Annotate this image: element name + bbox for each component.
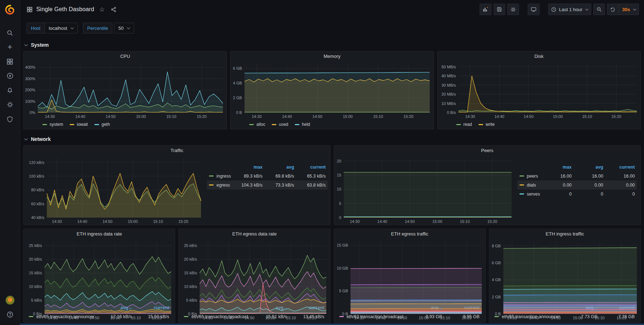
memory-legend: allocusedheld <box>230 120 433 129</box>
chart-svg: 40 kB/s60 kB/s80 kB/s100 kB/s120 kB/s14:… <box>24 155 205 225</box>
svg-text:6 GB: 6 GB <box>492 261 501 265</box>
legend-sort-header-avg[interactable]: avg <box>262 165 294 170</box>
help-icon[interactable] <box>4 310 16 319</box>
save-dashboard-button[interactable] <box>494 4 505 15</box>
svg-text:120 kB/s: 120 kB/s <box>29 160 45 165</box>
memory-chart[interactable]: 0 B2 GB4 GB6 GB14:3014:4014:5015:0015:10… <box>230 61 433 120</box>
panel-title-eth-egress-traffic[interactable]: ETH egress traffic <box>334 229 485 239</box>
legend-row-ingress[interactable]: ingress89.3 kB/s69.8 kB/s65.3 kB/s <box>207 171 328 180</box>
dashboard-settings-button[interactable] <box>507 4 519 15</box>
svg-text:15:00: 15:00 <box>419 316 429 320</box>
panel-title-eth-ingress-data-rate[interactable]: ETH ingress data rate <box>24 229 175 239</box>
legend-sort-header-max[interactable]: max <box>231 165 262 170</box>
panel-title-peers[interactable]: Peers <box>334 146 641 155</box>
alerting-bell-icon[interactable] <box>4 86 16 95</box>
svg-text:14:30: 14:30 <box>350 219 360 224</box>
panel-title-memory[interactable]: Memory <box>230 51 433 61</box>
legend-sort-header-max[interactable]: max <box>540 165 571 170</box>
search-icon[interactable] <box>4 28 16 37</box>
cpu-chart[interactable]: 0%100%200%300%400%14:3014:4014:5015:0015… <box>24 61 227 120</box>
traffic-chart[interactable]: 40 kB/s60 kB/s80 kB/s100 kB/s120 kB/s14:… <box>24 155 205 225</box>
svg-text:0 B/s: 0 B/s <box>33 312 42 316</box>
refresh-button[interactable]: 30s <box>607 4 639 15</box>
chart-svg: 0 B5 GB10 GB15 GB14:3014:4014:5015:0015:… <box>334 239 485 321</box>
share-icon[interactable] <box>111 6 117 13</box>
zoom-out-time-button[interactable] <box>593 4 605 15</box>
panel-title-disk[interactable]: Disk <box>438 51 640 61</box>
eth-ingress-traffic-chart[interactable]: 0 B2 GB4 GB6 GB8 GB14:3014:4014:5015:001… <box>489 239 640 303</box>
panel-title-eth-ingress-traffic[interactable]: ETH ingress traffic <box>489 229 640 239</box>
svg-text:15:20: 15:20 <box>611 114 621 119</box>
user-avatar[interactable] <box>5 296 15 305</box>
svg-text:15:00: 15:00 <box>265 316 275 320</box>
create-plus-icon[interactable]: + <box>4 42 16 52</box>
svg-text:14:50: 14:50 <box>244 316 255 320</box>
panel-title-eth-egress-data-rate[interactable]: ETH egress data rate <box>179 229 330 239</box>
svg-text:8 GB: 8 GB <box>492 244 501 248</box>
chevron-down-icon <box>24 42 28 46</box>
svg-text:15:20: 15:20 <box>487 219 497 224</box>
kiosk-mode-button[interactable] <box>528 4 540 15</box>
svg-text:5 GB: 5 GB <box>339 289 348 293</box>
time-range-picker[interactable]: Last 1 hour <box>548 4 591 15</box>
svg-text:15:00: 15:00 <box>110 316 120 320</box>
eth-egress-data-rate-chart[interactable]: 0 B/s5 kB/s10 kB/s15 kB/s20 kB/s25 kB/s1… <box>179 239 330 303</box>
svg-text:0 B: 0 B <box>495 312 501 316</box>
svg-text:14:30: 14:30 <box>48 316 58 320</box>
legend-row-serves[interactable]: serves000 <box>517 189 637 198</box>
percentile-select[interactable]: 50 <box>114 23 134 33</box>
svg-text:14:40: 14:40 <box>529 316 539 320</box>
legend-item-read[interactable]: read <box>456 122 472 127</box>
eth-egress-traffic-chart[interactable]: 0 B5 GB10 GB15 GB14:3014:4014:5015:0015:… <box>334 239 485 303</box>
refresh-interval-label[interactable]: 30s <box>622 7 630 12</box>
series-swatch <box>272 124 276 125</box>
svg-text:15:00: 15:00 <box>573 316 583 320</box>
legend-item-system[interactable]: system <box>42 122 63 127</box>
legend-row-egress[interactable]: egress104.3 kB/s73.3 kB/s63.8 kB/s <box>207 180 328 189</box>
svg-text:15:20: 15:20 <box>178 219 188 224</box>
legend-sort-header-current[interactable]: current <box>294 165 326 170</box>
add-panel-button[interactable] <box>480 4 491 15</box>
row-header-network[interactable]: Network <box>23 134 641 144</box>
legend-item-iowait[interactable]: iowait <box>70 122 88 127</box>
eth-ingress-data-rate-chart[interactable]: 0 B/s5 kB/s10 kB/s15 kB/s20 kB/s25 kB/s1… <box>24 239 175 303</box>
svg-text:14:40: 14:40 <box>494 114 504 119</box>
legend-item-alloc[interactable]: alloc <box>249 122 265 127</box>
legend-sort-header-avg[interactable]: avg <box>571 165 603 170</box>
legend-item-geth[interactable]: geth <box>94 122 110 127</box>
dashboard-scroll-area[interactable]: System CPU 0%100%200%300%400%14:3014:401… <box>20 37 644 325</box>
panel-title-cpu[interactable]: CPU <box>24 51 227 61</box>
panel-title-traffic[interactable]: Traffic <box>24 146 330 155</box>
series-swatch <box>519 184 524 186</box>
series-swatch <box>479 124 483 125</box>
svg-text:14:30: 14:30 <box>52 219 62 224</box>
legend-row-peers[interactable]: peers16.0016.0016.00 <box>517 171 637 180</box>
legend-series-name: dials <box>527 183 536 188</box>
configuration-gear-icon[interactable] <box>4 100 16 109</box>
chart-svg: 0 B/s5 kB/s10 kB/s15 kB/s20 kB/s25 kB/s1… <box>179 239 330 321</box>
legend-item-write[interactable]: write <box>479 122 495 127</box>
legend-item-label: held <box>302 122 310 127</box>
host-select[interactable]: localhost <box>45 23 78 33</box>
legend-sort-header-current[interactable]: current <box>603 165 635 170</box>
legend-row-dials[interactable]: dials0.000.000.00 <box>517 180 637 189</box>
legend-value: 69.8 kB/s <box>262 174 294 179</box>
legend-item-used[interactable]: used <box>272 122 288 127</box>
grafana-logo[interactable] <box>0 0 20 19</box>
star-icon[interactable]: ☆ <box>99 6 104 13</box>
series-eth/63 transaction broadcast <box>350 268 482 269</box>
svg-text:15:20: 15:20 <box>403 114 414 119</box>
server-admin-shield-icon[interactable] <box>4 114 16 124</box>
peers-chart[interactable]: 0510152014:3014:4014:5015:0015:1015:20 <box>334 155 515 225</box>
page-title[interactable]: Single Geth Dasboard <box>36 6 94 13</box>
legend-item-held[interactable]: held <box>295 122 310 127</box>
svg-text:15 GB: 15 GB <box>337 243 348 247</box>
next-row-edge <box>20 324 644 325</box>
disk-chart[interactable]: 0 B/s10 MB/s20 MB/s30 MB/s40 MB/s50 MB/s… <box>438 61 640 120</box>
traffic-legend: maxavgcurrentingress89.3 kB/s69.8 kB/s65… <box>205 155 333 225</box>
svg-text:2 GB: 2 GB <box>492 295 501 299</box>
explore-compass-icon[interactable] <box>4 71 16 81</box>
dashboards-icon[interactable] <box>4 57 16 66</box>
row-header-system[interactable]: System <box>23 40 641 50</box>
svg-text:15: 15 <box>337 173 341 177</box>
